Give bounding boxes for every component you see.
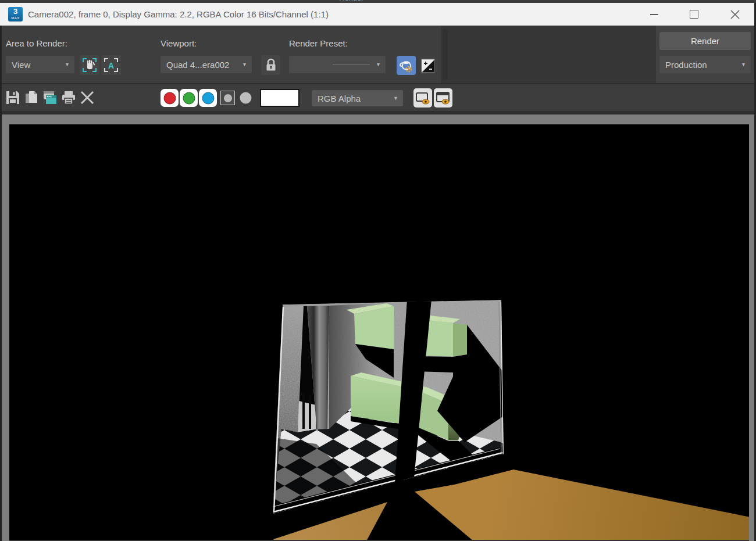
clone-window-icon [42, 89, 58, 106]
monochrome-icon [223, 94, 233, 103]
chevron-down-icon: ▼ [376, 62, 381, 67]
toggle-ui-button[interactable] [434, 88, 452, 108]
rendered-frame-window: Render 3 MAX Camera002, frame 0, Display… [0, 0, 756, 541]
window-edge-left [0, 26, 2, 541]
canvas-frame-left [2, 114, 9, 541]
render-button-label: Render [691, 36, 719, 46]
channel-display-value: RGB Alpha [318, 94, 390, 103]
auto-region-button[interactable]: A [101, 55, 121, 75]
save-image-button[interactable] [5, 89, 21, 106]
area-to-render-dropdown[interactable]: View ▼ [6, 56, 74, 73]
toggle-ui-overlays-button[interactable] [413, 88, 432, 108]
close-button[interactable] [723, 3, 747, 26]
area-to-render-label: Area to Render: [6, 38, 67, 48]
copy-image-button[interactable] [23, 89, 40, 106]
background-window-title: Render [339, 0, 364, 2]
green-channel-button[interactable] [180, 89, 198, 107]
save-icon [5, 89, 21, 106]
render-setup-button[interactable] [397, 56, 416, 75]
alpha-channel-icon [240, 92, 252, 104]
edit-region-button[interactable] [80, 55, 99, 75]
app-icon-label: MAX [8, 16, 23, 20]
render-toolbar: Area to Render: View ▼ [0, 26, 756, 83]
copy-icon [23, 89, 40, 106]
clear-icon [79, 89, 95, 106]
render-mode-value: Production [665, 60, 737, 70]
color-swatch[interactable] [260, 89, 299, 107]
close-icon [730, 10, 740, 19]
svg-text:A: A [108, 61, 114, 70]
render-preset-label: Render Preset: [289, 38, 348, 48]
red-channel-icon [163, 91, 177, 105]
area-to-render-value: View [12, 60, 61, 70]
minimize-button[interactable] [642, 3, 666, 26]
canvas-frame-right [749, 114, 754, 541]
render-button[interactable]: Render [659, 32, 751, 50]
auto-region-icon: A [104, 58, 119, 73]
chevron-down-icon: ▼ [242, 62, 247, 67]
render-mode-dropdown[interactable]: Production ▼ [659, 56, 751, 73]
red-channel-button[interactable] [161, 89, 179, 107]
render-setup-icon [398, 58, 414, 73]
chevron-down-icon: ▼ [393, 95, 398, 101]
render-image [9, 124, 749, 541]
canvas-frame-top [2, 114, 754, 124]
chevron-down-icon: ▼ [65, 62, 70, 67]
monochrome-button[interactable] [220, 91, 235, 105]
alpha-channel-button[interactable] [240, 92, 252, 104]
window-title: Camera002, frame 0, Display Gamma: 2.2, … [28, 3, 329, 26]
toolbar-grip[interactable] [443, 29, 448, 80]
green-channel-icon [182, 91, 196, 105]
maximize-icon [690, 10, 698, 19]
exposure-icon [421, 59, 435, 73]
ui-toggle-icon [436, 91, 451, 106]
minimize-icon [650, 14, 658, 15]
print-icon [60, 89, 77, 106]
channel-display-dropdown[interactable]: RGB Alpha ▼ [312, 90, 403, 106]
clone-rfw-button[interactable] [42, 89, 58, 106]
render-preset-dropdown[interactable]: ▼ [289, 56, 386, 73]
clear-button[interactable] [79, 89, 95, 106]
blue-channel-button[interactable] [199, 89, 217, 107]
ui-overlays-icon [415, 91, 430, 106]
lock-viewport-button[interactable] [261, 55, 280, 75]
viewport-label: Viewport: [161, 38, 197, 48]
viewport-value: Quad 4...era002 [166, 60, 238, 70]
chevron-down-icon: ▼ [741, 62, 746, 67]
print-image-button[interactable] [60, 89, 77, 106]
title-bar[interactable]: 3 MAX Camera002, frame 0, Display Gamma:… [0, 3, 756, 26]
app-icon-number: 3 [8, 7, 23, 16]
3dsmax-app-icon: 3 MAX [8, 7, 23, 22]
blue-channel-icon [201, 91, 215, 105]
preset-separator [333, 65, 370, 65]
viewport-dropdown[interactable]: Quad 4...era002 ▼ [161, 56, 252, 73]
display-toolbar: RGB Alpha ▼ [0, 83, 756, 111]
pan-region-icon [82, 58, 97, 73]
environment-exposure-button[interactable] [418, 56, 437, 75]
toolbar-panel-left [0, 26, 441, 83]
lock-icon [265, 58, 277, 72]
maximize-button[interactable] [682, 3, 706, 26]
